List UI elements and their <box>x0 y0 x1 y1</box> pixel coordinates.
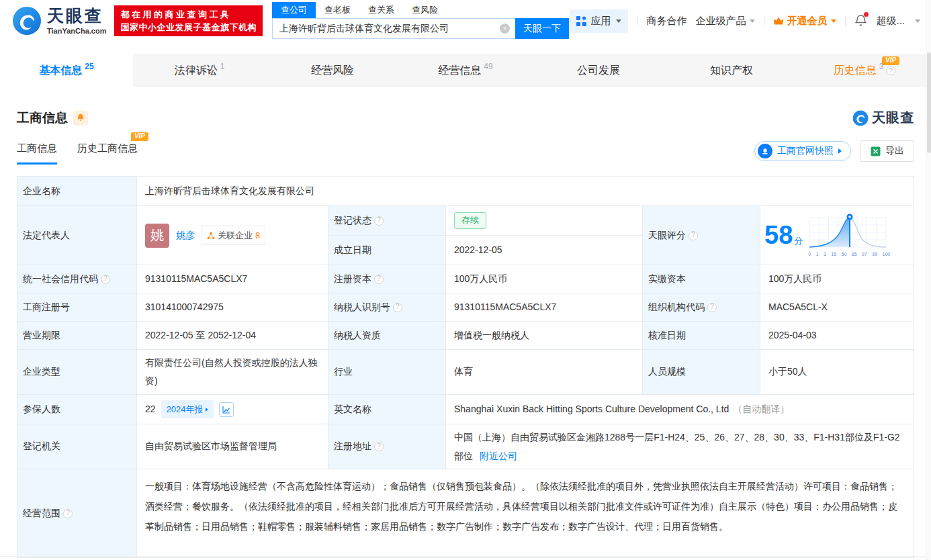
score-number: 58 <box>764 222 793 248</box>
english-name-value: Shanghai Xuxin Back Hitting Sports Cultu… <box>446 395 914 424</box>
industry-label: 行业 <box>328 350 446 394</box>
org-code-label: 组织机构代码 ? <box>643 293 760 321</box>
label-text: 纳税人识别号 <box>334 299 390 315</box>
nav-vip-label: 开通会员 <box>787 15 827 28</box>
nav-business-cooperation[interactable]: 商务合作 <box>646 15 686 28</box>
chevron-down-icon <box>616 19 621 23</box>
table-row: 工商注册号 310141000742975 纳税人识别号 ? 91310115M… <box>17 293 914 322</box>
nav-super-vip[interactable]: 超级... <box>876 15 905 28</box>
trend-chart-icon[interactable] <box>219 402 234 417</box>
table-row: 法定代表人 姚 姚彦 关联企业 8 登 <box>17 206 914 265</box>
subtab-business-registration[interactable]: 工商信息 <box>17 142 57 165</box>
search-tab-company[interactable]: 查公司 <box>272 2 316 18</box>
approval-date-label: 核准日期 <box>643 322 760 349</box>
related-companies-badge[interactable]: 关联企业 8 <box>202 226 265 245</box>
reg-authority-value: 自由贸易试验区市场监督管理局 <box>137 424 328 469</box>
search-tab-relation[interactable]: 查关系 <box>359 2 403 18</box>
tab-basic-info[interactable]: 基本信息 25 <box>0 54 133 87</box>
official-snapshot-button[interactable]: 工商官网快照 <box>754 141 851 161</box>
status-badge: 存续 <box>454 212 486 228</box>
score-distribution-chart: 0131550859799100 <box>808 212 890 259</box>
label-text: 经营范围 <box>23 506 60 521</box>
nearby-companies-link[interactable]: 附近公司 <box>480 451 517 461</box>
legal-rep-avatar[interactable]: 姚 <box>145 224 169 248</box>
export-button-label: 导出 <box>885 145 904 157</box>
search-tab-boss[interactable]: 查老板 <box>316 2 359 18</box>
help-icon[interactable]: ? <box>101 275 110 284</box>
scrollbar-thumb[interactable] <box>927 52 931 153</box>
help-icon[interactable]: ? <box>707 303 717 312</box>
table-row: 统一社会信用代码 ? 91310115MAC5A5CLX7 注册资本 ? 100… <box>17 265 914 293</box>
apps-grid-icon <box>576 16 586 26</box>
industry-value: 体育 <box>446 350 643 394</box>
nav-open-vip[interactable]: 开通会员 <box>773 15 836 28</box>
business-scope-label: 经营范围 ? <box>17 469 137 557</box>
taxpayer-id-label: 纳税人识别号 ? <box>328 293 446 321</box>
tab-business-info[interactable]: 经营信息 49 <box>399 54 532 87</box>
credit-code-label: 统一社会信用代码 ? <box>17 265 137 293</box>
help-icon[interactable]: ? <box>374 216 384 226</box>
annual-report-label: 2024年报 <box>167 402 204 416</box>
score-unit: 分 <box>794 234 803 248</box>
help-icon[interactable]: ? <box>63 509 73 518</box>
help-icon[interactable]: ? <box>689 231 698 240</box>
help-icon[interactable]: ? <box>393 303 402 312</box>
tianyancha-logo[interactable]: 天眼查 TianYanCha.com <box>12 6 106 36</box>
tab-label: 基本信息 <box>39 64 82 78</box>
reg-number-label: 工商注册号 <box>17 293 137 321</box>
nav-apps[interactable]: 应用 <box>570 9 628 33</box>
tianyancha-watermark-icon <box>852 110 869 126</box>
business-term-value: 2022-12-05 至 2052-12-04 <box>137 322 328 349</box>
subscribe-bell-icon[interactable] <box>73 111 88 126</box>
tab-legal-proceedings[interactable]: 法律诉讼 1 <box>133 54 266 87</box>
english-name-text: Shanghai Xuxin Back Hitting Sports Cultu… <box>454 402 729 417</box>
search-tab-risk[interactable]: 查风险 <box>403 2 447 18</box>
notification-bell-icon[interactable] <box>854 14 867 28</box>
search-box: × 天眼一下 <box>272 18 569 39</box>
staff-size-label: 人员规模 <box>643 350 760 394</box>
search-input[interactable] <box>272 18 515 39</box>
company-name-value: 上海许昕背后击球体育文化发展有限公司 <box>137 177 914 205</box>
reg-address-label: 注册地址 ? <box>328 424 446 469</box>
help-icon[interactable]: ? <box>374 275 384 284</box>
related-companies-count: 8 <box>255 228 260 242</box>
tianyancha-logo-icon <box>12 6 42 36</box>
vip-badge: VIP <box>882 56 899 65</box>
tab-label: 经营信息 <box>438 64 481 78</box>
tab-operating-risk[interactable]: 经营风险 <box>266 54 399 87</box>
help-icon[interactable]: ? <box>886 66 895 75</box>
reg-status-value: 存续 <box>446 206 643 235</box>
help-icon[interactable]: ? <box>374 442 384 451</box>
score-label: 天眼评分 ? <box>643 206 760 265</box>
scrollbar[interactable] <box>926 0 931 560</box>
legal-rep-name-link[interactable]: 姚彦 <box>176 228 195 243</box>
clear-search-icon[interactable]: × <box>500 24 510 34</box>
reg-address-value: 中国（上海）自由贸易试验区金湘路1288号一层F1-H24、25、26、27、2… <box>446 424 914 469</box>
nav-enterprise-label: 企业级产品 <box>695 15 746 28</box>
company-type-value: 有限责任公司(自然人投资或控股的法人独资) <box>137 350 328 394</box>
reg-status-label: 登记状态 ? <box>328 206 446 235</box>
label-text: 天眼评分 <box>648 228 686 243</box>
tab-company-development[interactable]: 公司发展 <box>532 54 665 87</box>
nav-enterprise-products[interactable]: 企业级产品 <box>695 15 755 28</box>
establish-date-value: 2022-12-05 <box>446 236 643 265</box>
search-button[interactable]: 天眼一下 <box>515 18 569 39</box>
promo-banner-line2: 国家中小企业发展子基金旗下机构 <box>120 21 257 34</box>
taxpayer-quality-label: 纳税人资质 <box>328 322 446 349</box>
tab-intellectual-property[interactable]: 知识产权 <box>665 54 798 87</box>
org-code-value: MAC5A5CL-X <box>760 293 914 321</box>
insured-count-value: 22 2024年报 <box>137 395 328 424</box>
divider <box>764 15 764 26</box>
chevron-down-icon[interactable] <box>915 19 920 23</box>
tab-label: 经营风险 <box>311 64 354 78</box>
excel-icon <box>871 146 881 156</box>
table-row: 经营范围 ? 一般项目：体育场地设施经营（不含高危险性体育运动）；食品销售（仅销… <box>17 469 914 557</box>
tab-history-info[interactable]: VIP 历史信息 3 ? <box>798 54 931 87</box>
subtab-history-registration[interactable]: VIP 历史工商信息 <box>77 142 138 165</box>
tab-count: 25 <box>85 62 93 71</box>
export-button[interactable]: 导出 <box>860 140 914 162</box>
business-info-table: 企业名称 上海许昕背后击球体育文化发展有限公司 法定代表人 姚 姚彦 关联企业 … <box>17 176 914 558</box>
score-value-cell: 58 分 <box>760 206 914 265</box>
annual-report-badge[interactable]: 2024年报 <box>161 400 214 418</box>
promo-banner-line1: 都在用的商业查询工具 <box>120 8 257 21</box>
